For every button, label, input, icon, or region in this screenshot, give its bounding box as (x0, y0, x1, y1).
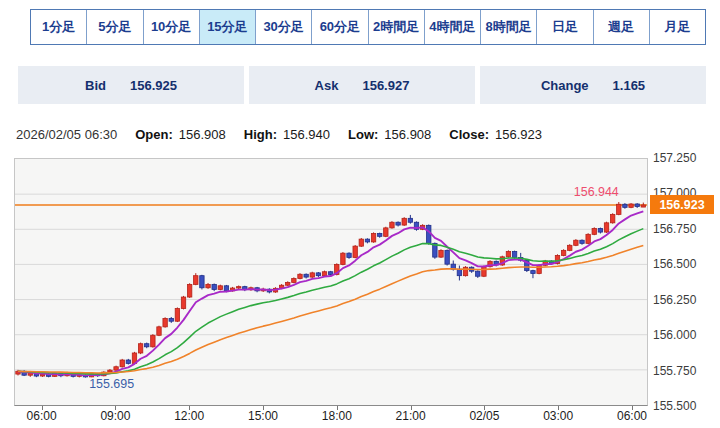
timeframe-tab-bar: 1分足5分足10分足15分足30分足60分足2時間足4時間足8時間足日足週足月足 (30, 9, 706, 45)
time-tick-label: 21:00 (387, 409, 435, 423)
tab-日足[interactable]: 日足 (537, 10, 593, 44)
time-tick-label: 02/05 (460, 409, 508, 423)
price-tick-label: 155.500 (653, 399, 696, 413)
bid-value: 156.925 (130, 78, 177, 93)
close-label: Close: (449, 127, 489, 142)
change-value: 1.165 (613, 78, 646, 93)
candlestick-chart[interactable]: 156.944155.695 (14, 158, 648, 406)
ma-line-fast (18, 211, 643, 375)
open-label: Open: (135, 127, 173, 142)
bid-cell: Bid 156.925 (18, 66, 244, 104)
high-annotation: 156.944 (574, 185, 619, 199)
tab-1分足[interactable]: 1分足 (31, 10, 87, 44)
time-tick-label: 12:00 (165, 409, 213, 423)
tab-15分足[interactable]: 15分足 (200, 10, 256, 44)
candle-datetime: 2026/02/05 06:30 (16, 127, 117, 142)
gridlines (15, 194, 647, 370)
price-tick-label: 156.250 (653, 293, 696, 307)
tab-2時間足[interactable]: 2時間足 (369, 10, 425, 44)
current-price-badge: 156.923 (650, 195, 714, 214)
fx-chart-page: 1分足5分足10分足15分足30分足60分足2時間足4時間足8時間足日足週足月足… (0, 0, 720, 428)
low-annotation: 155.695 (89, 377, 134, 391)
time-tick-label: 03:00 (534, 409, 582, 423)
change-label: Change (541, 78, 589, 93)
low-value: 156.908 (384, 127, 431, 142)
tab-週足[interactable]: 週足 (594, 10, 650, 44)
ask-label: Ask (315, 78, 339, 93)
high-label: High: (244, 127, 277, 142)
price-tick-label: 157.250 (653, 151, 696, 165)
price-tick-label: 155.750 (653, 364, 696, 378)
time-tick-label: 15:00 (239, 409, 287, 423)
time-tick-label: 18:00 (313, 409, 361, 423)
ohlc-info-row: 2026/02/05 06:30 Open:156.908 High:156.9… (16, 127, 542, 142)
ask-value: 156.927 (362, 78, 409, 93)
tab-60分足[interactable]: 60分足 (312, 10, 368, 44)
tab-5分足[interactable]: 5分足 (87, 10, 143, 44)
tab-4時間足[interactable]: 4時間足 (425, 10, 481, 44)
time-tick-label: 09:00 (91, 409, 139, 423)
open-value: 156.908 (179, 127, 226, 142)
quote-bar: Bid 156.925 Ask 156.927 Change 1.165 (18, 66, 706, 104)
change-cell: Change 1.165 (480, 66, 706, 104)
high-value: 156.940 (283, 127, 330, 142)
price-tick-label: 156.500 (653, 257, 696, 271)
ask-cell: Ask 156.927 (249, 66, 475, 104)
chart-canvas[interactable]: 156.944155.695 (15, 159, 647, 405)
tab-30分足[interactable]: 30分足 (256, 10, 312, 44)
bid-label: Bid (85, 78, 106, 93)
tab-8時間足[interactable]: 8時間足 (481, 10, 537, 44)
candles-layer (16, 202, 646, 378)
time-tick-label: 06:00 (608, 409, 656, 423)
tab-月足[interactable]: 月足 (650, 10, 705, 44)
tab-10分足[interactable]: 10分足 (144, 10, 200, 44)
low-label: Low: (348, 127, 378, 142)
price-tick-label: 156.000 (653, 328, 696, 342)
ma-line-mid (18, 229, 643, 374)
time-tick-label: 06:00 (18, 409, 66, 423)
price-tick-label: 156.750 (653, 222, 696, 236)
close-value: 156.923 (495, 127, 542, 142)
